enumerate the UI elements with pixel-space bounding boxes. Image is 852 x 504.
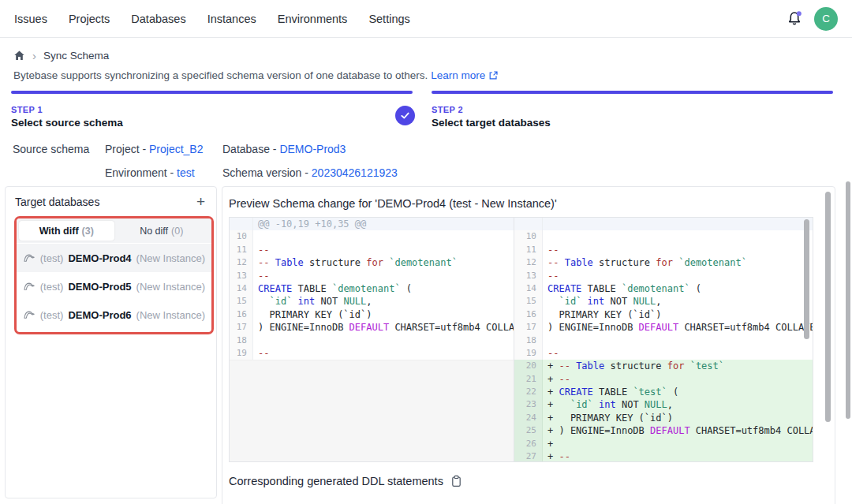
diff-line-code: + ) ENGINE=InnoDB DEFAULT CHARSET=utf8mb… (543, 424, 813, 437)
page-scrollbar[interactable] (846, 181, 850, 419)
diff-line-number: 23 (514, 398, 543, 411)
diff-line-code: PRIMARY KEY (`id`) (253, 308, 514, 321)
nav-items: IssuesProjectsDatabasesInstancesEnvironm… (14, 13, 410, 25)
source-field-value[interactable]: 20230426121923 (312, 166, 398, 179)
nav-item-environments[interactable]: Environments (278, 13, 348, 25)
diff-line: 20+ -- Table structure for `test` (514, 360, 813, 372)
learn-more-link[interactable]: Learn more (431, 69, 485, 81)
diff-line-number: 15 (514, 295, 543, 308)
diff-line: 14CREATE TABLE `demotenant` ( (514, 282, 813, 295)
diff-line-code: + -- (543, 373, 813, 386)
database-suffix: (New Instance) (136, 309, 205, 321)
copy-icon[interactable] (450, 475, 462, 487)
nav-item-settings[interactable]: Settings (368, 13, 409, 25)
diff-line: 23+ `id` int NOT NULL, (514, 398, 813, 411)
step-2[interactable]: STEP 2 Select target databases (432, 91, 833, 129)
diff-line: 12-- Table structure for `demotenant` (230, 256, 514, 269)
diff-line-code: PRIMARY KEY (`id`) (543, 308, 813, 321)
diff-line-code: ) ENGINE=InnoDB DEFAULT CHARSET=utf8mb4 … (253, 321, 514, 334)
step-1[interactable]: STEP 1 Select source schema (11, 91, 413, 129)
diff-line-number: 25 (514, 424, 543, 437)
diff-line-number: 10 (230, 230, 253, 243)
tab-label: With diff (39, 226, 79, 237)
diff-line: 19-- (230, 347, 514, 360)
diff-line: 27+ -- (514, 450, 813, 461)
add-target-database-button[interactable]: + (195, 194, 207, 209)
diff-line-code: -- Table structure for `demotenant` (543, 256, 813, 269)
diff-line: 22+ CREATE TABLE `test` ( (514, 386, 813, 398)
database-name: DEMO-Prod6 (68, 309, 131, 321)
diff-line-number: 17 (230, 321, 253, 334)
diff-line: 10 (514, 230, 813, 243)
step-2-title: Select target databases (432, 117, 833, 129)
diff-hunk-header: @@ -10,19 +10,35 @@ (253, 218, 514, 230)
diff-line-code: -- (253, 244, 514, 256)
home-icon[interactable] (13, 50, 25, 62)
diff-line-number: 21 (514, 373, 543, 386)
diff-line-number: 15 (230, 295, 253, 308)
database-name: DEMO-Prod4 (68, 252, 131, 264)
mysql-icon (23, 308, 36, 321)
mysql-icon (23, 252, 36, 264)
tab-count: (0) (171, 226, 183, 237)
source-field-value[interactable]: DEMO-Prod3 (279, 143, 346, 155)
chevron-right-icon: › (32, 50, 36, 62)
diff-line-number: 13 (230, 270, 253, 282)
nav-right: C (786, 7, 838, 31)
diff-line-code: -- (543, 244, 813, 256)
nav-item-issues[interactable]: Issues (14, 13, 47, 25)
diff-line-number: 16 (230, 308, 253, 321)
tab-with-diff[interactable]: With diff(3) (19, 221, 114, 241)
diff-line-number: 11 (514, 244, 543, 256)
steps: STEP 1 Select source schema STEP 2 Selec… (11, 91, 833, 129)
external-link-icon[interactable] (488, 70, 499, 80)
top-nav: IssuesProjectsDatabasesInstancesEnvironm… (0, 0, 852, 38)
diff-right-pane[interactable]: 1011--12-- Table structure for `demotena… (514, 218, 813, 461)
step-2-progress-bar (432, 91, 833, 94)
tab-label: No diff (140, 226, 168, 237)
diff-line: 16 PRIMARY KEY (`id`) (514, 308, 813, 321)
diff-line-number: 22 (514, 386, 543, 398)
diff-line: 16 PRIMARY KEY (`id`) (230, 308, 514, 321)
database-item[interactable]: (test) DEMO-Prod6 (New Instance) (17, 301, 211, 329)
database-environment: (test) (40, 252, 64, 264)
diff-pane-scrollbar[interactable] (804, 219, 809, 339)
diff-line-code: + PRIMARY KEY (`id`) (543, 412, 813, 424)
nav-item-instances[interactable]: Instances (207, 13, 256, 25)
breadcrumb-page: Sync Schema (43, 50, 109, 62)
ddl-section-header: Corresponding generated DDL statements (229, 475, 828, 487)
nav-item-projects[interactable]: Projects (69, 13, 110, 25)
diff-line-code: -- (253, 347, 514, 360)
breadcrumb: › Sync Schema (13, 50, 109, 62)
source-field-label: Environment - (105, 166, 177, 179)
diff-line-number: 19 (514, 347, 543, 360)
diff-line-number: 18 (514, 334, 543, 347)
notifications-button[interactable] (786, 10, 803, 28)
diff-line-number: 18 (230, 334, 253, 347)
diff-line-number: 20 (514, 360, 543, 372)
diff-line-code: `id` int NOT NULL, (253, 295, 514, 308)
diff-line-number: 12 (514, 256, 543, 269)
diff-line: 14CREATE TABLE `demotenant` ( (230, 282, 514, 295)
source-schema-section: Source schema Project - Project_B2Enviro… (13, 141, 398, 189)
diff-line-number: 26 (514, 438, 543, 450)
database-item[interactable]: (test) DEMO-Prod4 (New Instance) (17, 244, 211, 272)
diff-line: 25+ ) ENGINE=InnoDB DEFAULT CHARSET=utf8… (514, 424, 813, 437)
preview-panel: Preview Schema change for 'DEMO-Prod4 (t… (222, 186, 835, 504)
diff-line: 17) ENGINE=InnoDB DEFAULT CHARSET=utf8mb… (230, 321, 514, 334)
diff-left-pane[interactable]: @@ -10,19 +10,35 @@1011--12-- Table stru… (230, 218, 514, 461)
nav-item-databases[interactable]: Databases (131, 13, 185, 25)
tab-no-diff[interactable]: No diff(0) (114, 221, 210, 241)
target-databases-header: Target databases + (6, 187, 216, 215)
source-field-value[interactable]: test (177, 166, 195, 179)
source-field-label: Database - (222, 143, 279, 155)
diff-line-code: + -- Table structure for `test` (543, 360, 813, 372)
avatar[interactable]: C (814, 7, 838, 31)
source-field-value[interactable]: Project_B2 (149, 143, 203, 155)
diff-line-code: + `id` int NOT NULL, (543, 398, 813, 411)
diff-line-code: ) ENGINE=InnoDB DEFAULT CHARSET=utf8mb4 … (543, 321, 813, 334)
database-item[interactable]: (test) DEMO-Prod5 (New Instance) (17, 272, 211, 301)
ddl-section-title: Corresponding generated DDL statements (229, 475, 443, 487)
database-suffix: (New Instance) (136, 252, 205, 264)
preview-panel-scrollbar[interactable] (825, 192, 831, 422)
